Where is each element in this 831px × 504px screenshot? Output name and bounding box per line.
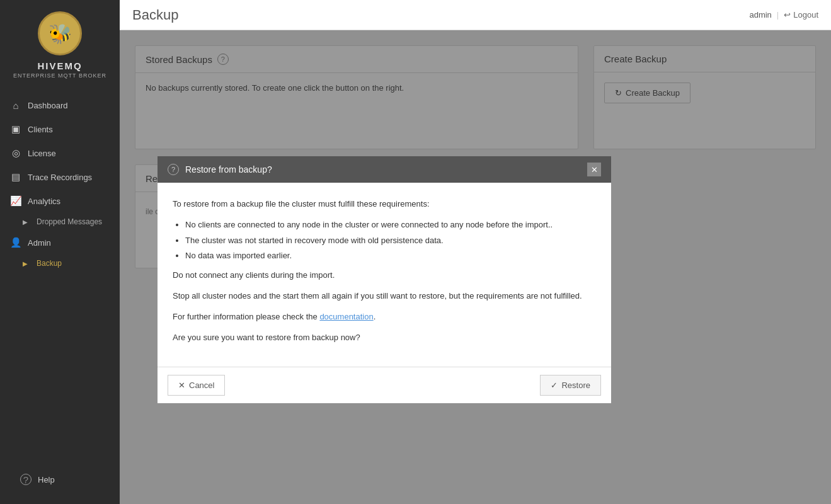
sidebar-label-analytics: Analytics (28, 197, 60, 206)
trace-icon: ▤ (10, 171, 21, 183)
sidebar-item-clients[interactable]: ▣ Clients (0, 117, 120, 141)
topbar-separator: | (777, 10, 779, 20)
main-content: Backup admin | ↩ Logout Stored Backups ?… (120, 0, 831, 504)
logo-icon: 🐝 (49, 23, 72, 45)
admin-icon: 👤 (10, 237, 21, 248)
sidebar-label-license: License (28, 149, 56, 158)
sidebar-item-backup[interactable]: ▶ Backup (0, 255, 120, 272)
sidebar-label-dashboard: Dashboard (28, 101, 68, 110)
sidebar-label-backup: Backup (37, 259, 62, 268)
sidebar-item-analytics[interactable]: 📈 Analytics (0, 189, 120, 213)
restore-icon: ✓ (551, 381, 558, 390)
sidebar-label-help: Help (38, 475, 55, 484)
page-title: Backup (132, 7, 178, 23)
modal-body: To restore from a backup file the cluste… (158, 183, 611, 367)
logout-label: Logout (793, 10, 818, 20)
modal-req-3: No data was imported earlier. (185, 249, 596, 263)
restore-button[interactable]: ✓ Restore (540, 375, 601, 396)
help-icon: ? (20, 474, 32, 485)
sidebar-item-dashboard[interactable]: ⌂ Dashboard (0, 94, 120, 117)
sidebar-item-help[interactable]: ? Help (10, 467, 110, 491)
restore-label: Restore (561, 381, 590, 390)
dashboard-icon: ⌂ (10, 100, 21, 111)
modal-titlebar: ? Restore from backup? ✕ (158, 156, 611, 183)
backup-caret: ▶ (23, 260, 28, 267)
sidebar-label-clients: Clients (28, 125, 53, 134)
cancel-icon: ✕ (178, 381, 185, 390)
modal-title-icon: ? (168, 164, 179, 175)
modal-req-2: The cluster was not started in recovery … (185, 234, 596, 248)
sidebar-label-trace: Trace Recordings (28, 173, 92, 182)
topbar-right: admin | ↩ Logout (749, 10, 818, 20)
analytics-icon: 📈 (10, 195, 21, 207)
modal-footer: ✕ Cancel ✓ Restore (158, 367, 611, 403)
modal-warning: Do not connect any clients during the im… (173, 269, 596, 282)
documentation-link[interactable]: documentation (319, 312, 373, 321)
topbar: Backup admin | ↩ Logout (120, 0, 831, 30)
further-info-prefix: For further information please check the (173, 312, 319, 321)
logo-area: 🐝 HIVEMQ ENTERPRISE MQTT BROKER (0, 0, 120, 88)
sidebar: 🐝 HIVEMQ ENTERPRISE MQTT BROKER ⌂ Dashbo… (0, 0, 120, 504)
modal-intro: To restore from a backup file the cluste… (173, 198, 596, 211)
modal-title: Restore from backup? (185, 164, 272, 175)
sidebar-nav: ⌂ Dashboard ▣ Clients ◎ License ▤ Trace … (0, 94, 120, 461)
modal-confirm-text: Are you sure you want to restore from ba… (173, 331, 596, 345)
cancel-label: Cancel (189, 381, 214, 390)
username: admin (749, 10, 771, 20)
dropped-caret: ▶ (23, 219, 28, 226)
logout-icon: ↩ (784, 10, 791, 20)
modal-further-info: For further information please check the… (173, 311, 596, 324)
modal-requirements-list: No clients are connected to any node in … (185, 219, 596, 263)
modal-req-1: No clients are connected to any node in … (185, 219, 596, 232)
logo-subtitle: ENTERPRISE MQTT BROKER (13, 72, 106, 79)
logo-circle: 🐝 (38, 11, 82, 55)
sidebar-label-dropped: Dropped Messages (37, 217, 102, 226)
logo-title: HIVEMQ (37, 60, 82, 71)
further-info-suffix: . (374, 312, 376, 321)
sidebar-item-dropped-messages[interactable]: ▶ Dropped Messages (0, 213, 120, 231)
restore-modal: ? Restore from backup? ✕ To restore from… (158, 156, 611, 403)
sidebar-item-license[interactable]: ◎ License (0, 141, 120, 165)
modal-titlebar-left: ? Restore from backup? (168, 164, 272, 175)
content-area: Stored Backups ? No backups currently st… (120, 30, 831, 504)
cancel-button[interactable]: ✕ Cancel (168, 375, 225, 396)
modal-overlay: ? Restore from backup? ✕ To restore from… (120, 30, 831, 504)
modal-close-button[interactable]: ✕ (587, 163, 601, 176)
license-icon: ◎ (10, 147, 21, 159)
logout-link[interactable]: ↩ Logout (784, 10, 818, 20)
sidebar-item-trace-recordings[interactable]: ▤ Trace Recordings (0, 165, 120, 189)
sidebar-item-admin[interactable]: 👤 Admin (0, 231, 120, 255)
sidebar-label-admin: Admin (28, 238, 51, 248)
clients-icon: ▣ (10, 123, 21, 135)
sidebar-bottom: ? Help (0, 461, 120, 504)
modal-stop-note: Stop all cluster nodes and the start the… (173, 290, 596, 303)
